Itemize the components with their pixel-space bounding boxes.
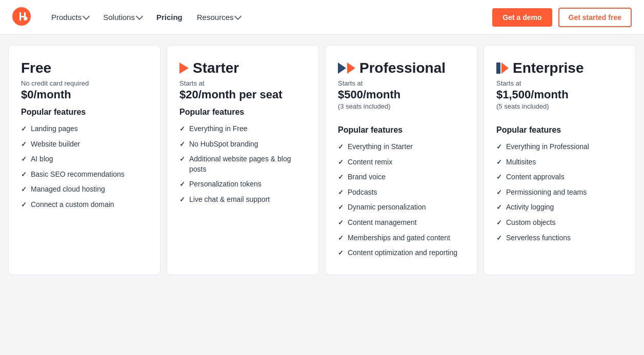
check-icon: ✓ bbox=[496, 158, 502, 167]
feature-text: Podcasts bbox=[348, 187, 377, 198]
feature-text: Basic SEO recommendations bbox=[31, 170, 125, 180]
plan-name: Enterprise bbox=[496, 60, 623, 76]
feature-text: Activity logging bbox=[506, 202, 554, 213]
feature-item: ✓ Brand voice bbox=[338, 172, 465, 182]
plan-subtitle: Starts at bbox=[179, 79, 306, 87]
feature-list: ✓ Everything in Free ✓ No HubSpot brandi… bbox=[179, 124, 306, 205]
feature-text: Website builder bbox=[31, 139, 80, 150]
check-icon: ✓ bbox=[21, 155, 27, 164]
feature-item: ✓ Multisites bbox=[496, 157, 623, 168]
plan-price: $0/month bbox=[21, 88, 148, 101]
hubspot-logo[interactable] bbox=[12, 7, 31, 28]
check-icon: ✓ bbox=[338, 248, 344, 258]
feature-item: ✓ Activity logging bbox=[496, 202, 623, 213]
check-icon: ✓ bbox=[179, 124, 185, 134]
plan-seats: (3 seats included) bbox=[338, 102, 465, 110]
feature-text: Serverless functions bbox=[506, 233, 571, 243]
feature-item: ✓ Connect a custom domain bbox=[21, 200, 148, 210]
plan-card-professional: Professional Starts at $500/month (3 sea… bbox=[325, 45, 477, 275]
plan-subtitle: Starts at bbox=[338, 79, 465, 87]
check-icon: ✓ bbox=[338, 203, 344, 212]
feature-item: ✓ No HubSpot branding bbox=[179, 139, 306, 150]
check-icon: ✓ bbox=[496, 142, 502, 152]
feature-item: ✓ Website builder bbox=[21, 139, 148, 150]
feature-item: ✓ Podcasts bbox=[338, 187, 465, 198]
feature-text: Custom objects bbox=[506, 218, 555, 228]
plan-name: Professional bbox=[338, 60, 465, 76]
feature-text: Multisites bbox=[506, 157, 536, 168]
feature-item: ✓ Custom objects bbox=[496, 218, 623, 228]
check-icon: ✓ bbox=[179, 155, 185, 164]
feature-item: ✓ Personalization tokens bbox=[179, 179, 306, 190]
chevron-down-icon bbox=[234, 13, 242, 20]
feature-text: Content optimization and reporting bbox=[348, 248, 457, 258]
check-icon: ✓ bbox=[496, 218, 502, 227]
feature-item: ✓ Managed cloud hosting bbox=[21, 184, 148, 195]
plan-name: Free bbox=[21, 60, 148, 76]
check-icon: ✓ bbox=[496, 188, 502, 197]
check-icon: ✓ bbox=[338, 234, 344, 243]
svg-point-1 bbox=[24, 16, 28, 20]
plan-price: $1,500/month bbox=[496, 88, 623, 101]
feature-item: ✓ Everything in Starter bbox=[338, 142, 465, 152]
feature-text: Memberships and gated content bbox=[348, 233, 450, 243]
feature-item: ✓ Everything in Professional bbox=[496, 142, 623, 152]
feature-item: ✓ Dynamic personalization bbox=[338, 202, 465, 213]
features-title: Popular features bbox=[496, 126, 623, 135]
nav-products[interactable]: Products bbox=[45, 9, 95, 26]
feature-item: ✓ Everything in Free bbox=[179, 124, 306, 134]
plan-name: Starter bbox=[179, 60, 306, 76]
plan-seats: (5 seats included) bbox=[496, 102, 623, 110]
check-icon: ✓ bbox=[179, 180, 185, 189]
feature-item: ✓ Memberships and gated content bbox=[338, 233, 465, 243]
feature-item: ✓ Permissioning and teams bbox=[496, 187, 623, 198]
nav-resources[interactable]: Resources bbox=[191, 9, 247, 26]
feature-item: ✓ Additional website pages & blog posts bbox=[179, 154, 306, 174]
plan-subtitle: No credit card required bbox=[21, 79, 148, 87]
feature-text: No HubSpot branding bbox=[189, 139, 258, 150]
feature-item: ✓ AI blog bbox=[21, 154, 148, 164]
chevron-down-icon bbox=[83, 13, 90, 20]
get-demo-button[interactable]: Get a demo bbox=[492, 8, 552, 27]
feature-text: Connect a custom domain bbox=[31, 200, 114, 210]
professional-icon bbox=[338, 62, 355, 74]
feature-text: Additional website pages & blog posts bbox=[189, 154, 306, 174]
feature-text: Everything in Professional bbox=[506, 142, 589, 152]
feature-text: Content management bbox=[348, 218, 417, 228]
feature-text: Personalization tokens bbox=[189, 179, 261, 190]
feature-text: Brand voice bbox=[348, 172, 386, 182]
feature-list: ✓ Everything in Professional ✓ Multisite… bbox=[496, 142, 623, 243]
get-started-free-button[interactable]: Get started free bbox=[558, 8, 632, 27]
feature-text: Content remix bbox=[348, 157, 392, 168]
nav-actions: Get a demo Get started free bbox=[492, 8, 632, 27]
plan-price: $500/month bbox=[338, 88, 465, 101]
plan-price: $20/month per seat bbox=[179, 88, 306, 101]
features-title: Popular features bbox=[21, 108, 148, 117]
enterprise-icon bbox=[496, 62, 509, 74]
feature-list: ✓ Everything in Starter ✓ Content remix … bbox=[338, 142, 465, 258]
nav-pricing[interactable]: Pricing bbox=[150, 9, 189, 26]
feature-text: Content approvals bbox=[506, 172, 565, 182]
feature-item: ✓ Live chat & email support bbox=[179, 195, 306, 205]
chevron-down-icon bbox=[136, 13, 143, 20]
check-icon: ✓ bbox=[179, 140, 185, 149]
check-icon: ✓ bbox=[496, 203, 502, 212]
feature-list: ✓ Landing pages ✓ Website builder ✓ AI b… bbox=[21, 124, 148, 210]
check-icon: ✓ bbox=[338, 173, 344, 182]
feature-text: Managed cloud hosting bbox=[31, 184, 105, 195]
check-icon: ✓ bbox=[179, 195, 185, 204]
nav-links: Products Solutions Pricing Resources bbox=[45, 9, 492, 26]
feature-text: AI blog bbox=[31, 154, 53, 164]
feature-item: ✓ Landing pages bbox=[21, 124, 148, 134]
main-nav: Products Solutions Pricing Resources Get… bbox=[0, 0, 644, 35]
check-icon: ✓ bbox=[21, 185, 27, 194]
plan-subtitle: Starts at bbox=[496, 79, 623, 87]
check-icon: ✓ bbox=[21, 124, 27, 134]
check-icon: ✓ bbox=[338, 158, 344, 167]
nav-solutions[interactable]: Solutions bbox=[97, 9, 148, 26]
check-icon: ✓ bbox=[496, 173, 502, 182]
check-icon: ✓ bbox=[496, 234, 502, 243]
check-icon: ✓ bbox=[21, 140, 27, 149]
feature-item: ✓ Basic SEO recommendations bbox=[21, 170, 148, 180]
feature-text: Landing pages bbox=[31, 124, 78, 134]
